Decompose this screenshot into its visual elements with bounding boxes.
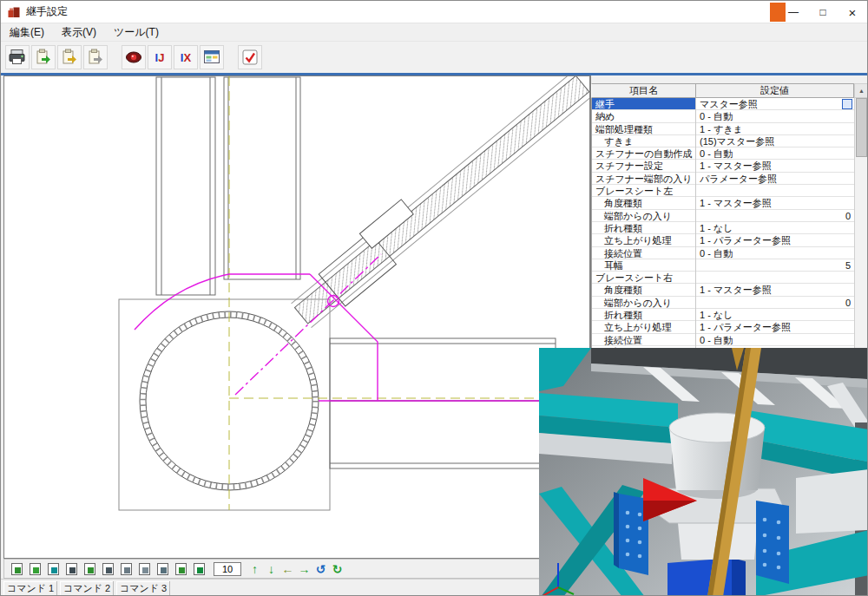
view-grid-icon[interactable]	[44, 560, 62, 577]
dark-doc-icon[interactable]	[62, 560, 81, 577]
property-name: 耳幅	[592, 259, 696, 271]
up-arrow[interactable]: ↑	[247, 560, 263, 577]
joint-ix-icon: IX	[181, 52, 191, 63]
property-value[interactable]: 0 - 自動	[696, 147, 854, 159]
property-value[interactable]	[696, 272, 854, 283]
property-row[interactable]: 接続位置0 - 自動	[592, 247, 854, 259]
view-new-icon[interactable]	[8, 560, 26, 577]
view-open-icon[interactable]	[26, 560, 44, 577]
property-value[interactable]: 1 - すきま	[696, 123, 854, 134]
property-row[interactable]: 折れ種類1 - なし	[592, 222, 854, 234]
menu-item[interactable]: 編集(E)	[1, 23, 53, 42]
property-name: 立ち上がり処理	[592, 234, 696, 246]
property-row[interactable]: 接続位置0 - 自動	[592, 334, 854, 346]
property-row[interactable]: 端部からの入り0	[592, 210, 854, 222]
header-item-name: 項目名	[591, 83, 696, 98]
3d-viewport[interactable]	[539, 348, 868, 596]
maximize-button[interactable]: □	[808, 1, 838, 23]
property-value[interactable]: マスター参照	[696, 98, 854, 109]
property-name: すきま	[592, 135, 696, 147]
doc-a-icon[interactable]	[117, 560, 135, 577]
view-eye-button[interactable]	[122, 45, 146, 69]
property-value[interactable]: 1 - マスター参照	[696, 197, 854, 208]
property-name: スチフナー端部の入り	[592, 173, 696, 184]
cad-drawing	[4, 76, 589, 558]
property-value[interactable]: 1 - パラメーター参照	[696, 234, 854, 246]
paste-refresh-icon	[60, 48, 79, 67]
down-arrow[interactable]: ↓	[263, 560, 279, 577]
status-command: コマンド 1	[3, 581, 57, 596]
property-row[interactable]: スチフナー設定1 - マスター参照	[592, 160, 854, 172]
list-grid-icon	[202, 48, 221, 67]
property-name: 端部処理種類	[592, 123, 696, 134]
property-row[interactable]: 納め0 - 自動	[592, 110, 854, 122]
redo-arrow[interactable]: ↻	[329, 560, 345, 577]
scroll-thumb[interactable]	[856, 98, 867, 157]
paste-import-button[interactable]	[31, 45, 56, 69]
paste-import-icon	[34, 48, 53, 67]
property-value[interactable]: (15)マスター参照	[696, 135, 854, 147]
doc-c-icon[interactable]	[154, 560, 172, 577]
menu-item[interactable]: ツール(T)	[105, 23, 168, 42]
property-name: 立ち上がり処理	[592, 321, 696, 332]
property-name: 角度種類	[592, 284, 696, 295]
apply-check-icon	[240, 48, 260, 67]
property-row[interactable]: 角度種類1 - マスター参照	[592, 197, 854, 209]
3d-render	[539, 348, 868, 596]
titlebar: 継手設定 — □ ×	[1, 1, 867, 23]
cad-viewport[interactable]	[3, 75, 590, 559]
property-row[interactable]: 角度種類1 - マスター参照	[592, 284, 854, 296]
menubar: 編集(E)表示(V)ツール(T)	[1, 23, 867, 42]
right-arrow[interactable]: →	[296, 560, 312, 577]
minimize-button[interactable]: —	[779, 1, 808, 23]
master-reference-button[interactable]	[842, 99, 852, 109]
header-setting-value: 設定値	[696, 83, 854, 98]
layer-doc-icon[interactable]	[172, 560, 190, 577]
property-value[interactable]: 1 - マスター参照	[696, 284, 854, 295]
property-row[interactable]: すきま(15)マスター参照	[592, 135, 854, 147]
list-grid-button[interactable]	[200, 45, 224, 69]
property-row[interactable]: 折れ種類1 - なし	[592, 309, 854, 321]
property-value[interactable]: 0 - 自動	[696, 334, 854, 345]
property-row[interactable]: 立ち上がり処理1 - パラメーター参照	[592, 321, 854, 333]
property-row[interactable]: 継手マスター参照	[592, 98, 854, 110]
apply-check-button[interactable]	[238, 45, 262, 69]
property-row[interactable]: ブレースシート右	[592, 272, 854, 284]
property-row[interactable]: スチフナーの自動作成0 - 自動	[592, 147, 854, 160]
property-value[interactable]: 0	[696, 210, 854, 221]
property-row[interactable]: 端部からの入り0	[592, 297, 854, 309]
step-value-input[interactable]	[214, 562, 241, 576]
property-row[interactable]: 耳幅5	[592, 259, 854, 272]
paste-refresh-button[interactable]	[57, 45, 82, 69]
property-value[interactable]: 1 - マスター参照	[696, 160, 854, 171]
property-name: 端部からの入り	[592, 210, 696, 221]
table-doc-icon[interactable]	[99, 560, 117, 577]
left-arrow[interactable]: ←	[279, 560, 296, 577]
property-value[interactable]	[696, 185, 854, 196]
joint-ij-button[interactable]: IJ	[148, 45, 172, 69]
filter-icon[interactable]	[190, 560, 208, 577]
property-row[interactable]: ブレースシート左	[592, 185, 854, 197]
joint-ix-button[interactable]: IX	[174, 45, 198, 69]
scroll-up-icon[interactable]: ▲	[855, 84, 868, 98]
print-button[interactable]	[5, 45, 30, 69]
window-title: 継手設定	[26, 4, 68, 19]
paste-export-button[interactable]	[83, 45, 108, 69]
property-value[interactable]: 5	[696, 259, 854, 271]
property-row[interactable]: スチフナー端部の入りパラメーター参照	[592, 173, 854, 185]
property-value[interactable]: 1 - なし	[696, 309, 854, 320]
green-book-icon[interactable]	[81, 560, 99, 577]
property-value[interactable]: 1 - パラメーター参照	[696, 321, 854, 332]
property-row[interactable]: 端部処理種類1 - すきま	[592, 123, 854, 135]
doc-b-icon[interactable]	[135, 560, 154, 577]
property-value[interactable]: 0 - 自動	[696, 110, 854, 121]
property-name: ブレースシート左	[592, 185, 696, 196]
property-value[interactable]: 0 - 自動	[696, 247, 854, 259]
undo-arrow[interactable]: ↺	[312, 560, 329, 577]
property-row[interactable]: 立ち上がり処理1 - パラメーター参照	[592, 234, 854, 246]
menu-item[interactable]: 表示(V)	[53, 23, 105, 42]
close-button[interactable]: ×	[838, 1, 867, 23]
property-value[interactable]: 1 - なし	[696, 222, 854, 233]
property-value[interactable]: 0	[696, 297, 854, 308]
property-value[interactable]: パラメーター参照	[696, 173, 854, 184]
